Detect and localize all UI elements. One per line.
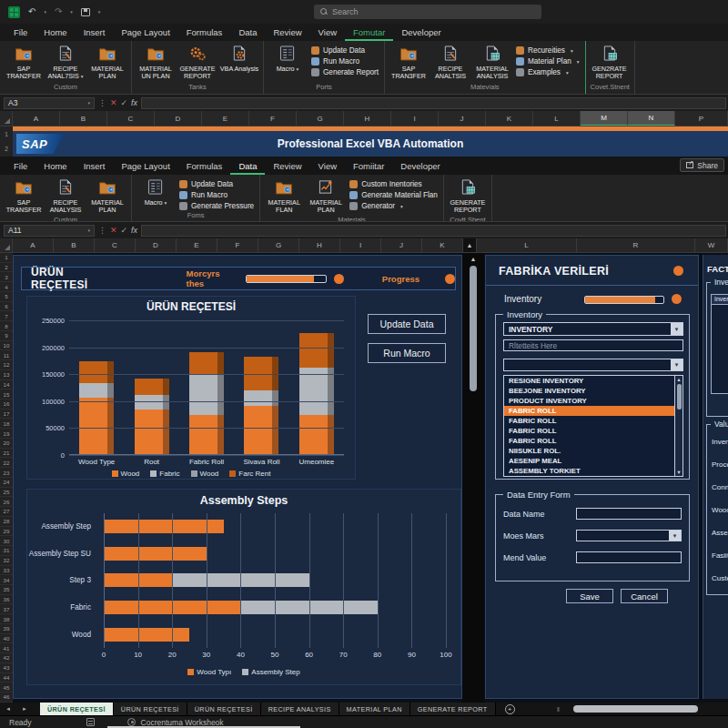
column-header-d[interactable]: D [136, 238, 177, 252]
column-header-b[interactable]: B [60, 111, 107, 126]
column-header-n[interactable]: N [628, 111, 675, 126]
ribbon1-button-recipe-analtsis[interactable]: RECIPE ANALTSIS [430, 42, 471, 81]
redo-caret-icon[interactable]: ▾ [70, 9, 73, 15]
column-header-k[interactable]: K [486, 111, 533, 126]
ribbon1-button-sap-tran3fer[interactable]: SAP TRAN3FER [388, 42, 430, 81]
column-header-m[interactable]: M [581, 111, 628, 126]
vertical-scrollbar-thumb[interactable] [470, 266, 477, 391]
list-item-assembly-torkiet[interactable]: ASSEMBLY TORKIET [504, 466, 682, 476]
quick-access-caret-icon[interactable]: ▾ [98, 9, 101, 15]
row-number-3[interactable]: 3 [0, 272, 13, 282]
row-number-37[interactable]: 37 [0, 604, 13, 614]
ribbon1-button-material-analysis[interactable]: MATERIAL ANALYSIS [471, 42, 513, 81]
column-header-j[interactable]: J [381, 238, 422, 252]
column-header-w[interactable]: W [695, 238, 728, 252]
column-header-l[interactable]: L [477, 238, 577, 252]
column-header-i[interactable]: I [340, 238, 381, 252]
row-number-34[interactable]: 34 [0, 575, 13, 585]
row-number-8[interactable]: 8 [0, 321, 13, 331]
row-number-45[interactable]: 45 [0, 682, 13, 693]
row-number-10[interactable]: 10 [0, 341, 13, 351]
tab-page-layout[interactable]: Page Layout [113, 158, 177, 175]
ribbon1-button-vba-analysis[interactable]: VBA Analysis [218, 42, 260, 73]
ribbon2-button-sap-transfer[interactable]: SAP TRANSFER [3, 176, 45, 215]
ribbon1-button-material-un-plan[interactable]: MATERIAL UN PLAN [135, 42, 177, 81]
row-number-13[interactable]: 13 [0, 370, 13, 380]
row-number-7[interactable]: 7 [0, 311, 13, 321]
column-header-b[interactable]: B [54, 238, 95, 252]
select-all-corner[interactable] [0, 238, 13, 252]
list-item-fabric-roll[interactable]: FABRIC ROLL [504, 406, 682, 416]
tab-page-layout[interactable]: Page Layout [113, 25, 177, 41]
row-number-39[interactable]: 39 [0, 624, 13, 634]
accessibility-icon[interactable] [127, 718, 136, 726]
row-number-41[interactable]: 41 [0, 643, 13, 653]
row-number-26[interactable]: 26 [0, 497, 13, 507]
row-number-5[interactable]: 5 [0, 292, 13, 302]
column-header-i[interactable]: I [391, 111, 439, 126]
cancel-entry-icon[interactable]: ✕ [110, 226, 117, 235]
save-icon[interactable] [81, 8, 90, 16]
row-number-40[interactable]: 40 [0, 634, 13, 644]
sheet-nav-left-icon[interactable]: ◄ [0, 706, 16, 712]
redo-icon[interactable]: ↷ [55, 7, 62, 16]
ribbon1-button-recipe-anal7sis[interactable]: RECIPE ANAL7SIS▾ [45, 42, 86, 81]
chevron-down-icon[interactable]: ▼ [671, 359, 682, 370]
select-all-corner[interactable] [0, 111, 13, 126]
sliver-inner-listbox[interactable]: Inver [711, 294, 728, 394]
column-header-e[interactable]: E [177, 238, 217, 252]
mend-value-input[interactable] [576, 551, 682, 563]
row-number-46[interactable]: 46 [0, 693, 13, 703]
undo-caret-icon[interactable]: ▾ [44, 9, 46, 15]
sheet-nav-right-icon[interactable]: ► [16, 706, 33, 712]
row-number-18[interactable]: 18 [0, 419, 13, 429]
row-number-20[interactable]: 20 [0, 439, 13, 449]
column-header-p[interactable]: P [675, 111, 728, 126]
row-number-33[interactable]: 33 [0, 566, 13, 576]
column-header-e[interactable]: E [202, 111, 249, 126]
empty-dropdown[interactable]: ▼ [503, 359, 683, 371]
row-number-22[interactable]: 22 [0, 458, 13, 468]
save-button[interactable]: Save [566, 589, 613, 603]
list-item-fabric-roll[interactable]: FABRIC ROLL [504, 416, 682, 426]
row-number-44[interactable]: 44 [0, 673, 13, 683]
formula-input-2[interactable] [141, 225, 726, 237]
ribbon1-button-generate-report[interactable]: GENERATE REPORT [177, 42, 218, 81]
row-number-38[interactable]: 38 [0, 614, 13, 624]
ribbon2-button-material-plan[interactable]: MATERIAL PLAN [86, 176, 128, 215]
inventory-dropdown[interactable]: INVENTORY ▼ [503, 322, 683, 336]
tab-file[interactable]: File [5, 158, 35, 175]
ribbon1-menu-run-macro[interactable]: Run Macro [311, 57, 379, 66]
tab-view[interactable]: View [310, 158, 345, 175]
column-header-c[interactable]: C [95, 238, 136, 252]
sheet-tab-r-n-re-etesi-0[interactable]: ÜRÜN REÇETESİ [40, 703, 114, 715]
chevron-down-icon[interactable]: ▼ [669, 531, 681, 541]
tab-view[interactable]: View [310, 25, 345, 41]
list-item-beejone-inventory[interactable]: BEEJONE INVENTORY [504, 386, 682, 396]
column-header-g[interactable]: G [297, 111, 344, 126]
inventory-listbox[interactable]: RESIGNE INVENTORYBEEJONE INVENTORYPRODUC… [503, 375, 683, 477]
data-name-input[interactable] [576, 508, 682, 520]
tab-formulas[interactable]: Formulas [178, 25, 231, 41]
row-number-14[interactable]: 14 [0, 380, 13, 390]
column-header-l[interactable]: L [533, 111, 581, 126]
row-number-36[interactable]: 36 [0, 595, 13, 605]
ribbon1-menu-material-plan[interactable]: Material Plan▾ [516, 57, 580, 66]
moes-mars-dropdown[interactable]: ▼ [576, 530, 682, 541]
row-number-9[interactable]: 9 [0, 331, 13, 341]
ribbon1-menu-recureities[interactable]: Recureities▾ [516, 46, 580, 55]
list-item-fabric-roll[interactable]: FABRIC ROLL [504, 426, 682, 436]
column-header-r[interactable]: R [577, 238, 695, 252]
tab-insert[interactable]: Insert [76, 25, 114, 41]
ribbon2-menu-generate-material-flan[interactable]: Generate Material Flan [349, 191, 438, 199]
ribbon2-button-generate-report[interactable]: GENERATE REPORT [447, 176, 489, 215]
ribbon2-menu-run-macro[interactable]: Run Macro [179, 191, 254, 199]
row-number[interactable]: 2 [5, 142, 8, 157]
scroll-up-icon[interactable]: ▲ [675, 377, 682, 382]
add-sheet-icon[interactable]: + [505, 704, 515, 714]
listbox-scrollbar[interactable]: ▲ ▼ [674, 376, 682, 476]
chevron-down-icon[interactable]: ▼ [671, 323, 682, 335]
row-number-42[interactable]: 42 [0, 653, 13, 663]
row-number-4[interactable]: 4 [0, 282, 13, 292]
name-box-1[interactable]: A3▾ [4, 97, 95, 109]
